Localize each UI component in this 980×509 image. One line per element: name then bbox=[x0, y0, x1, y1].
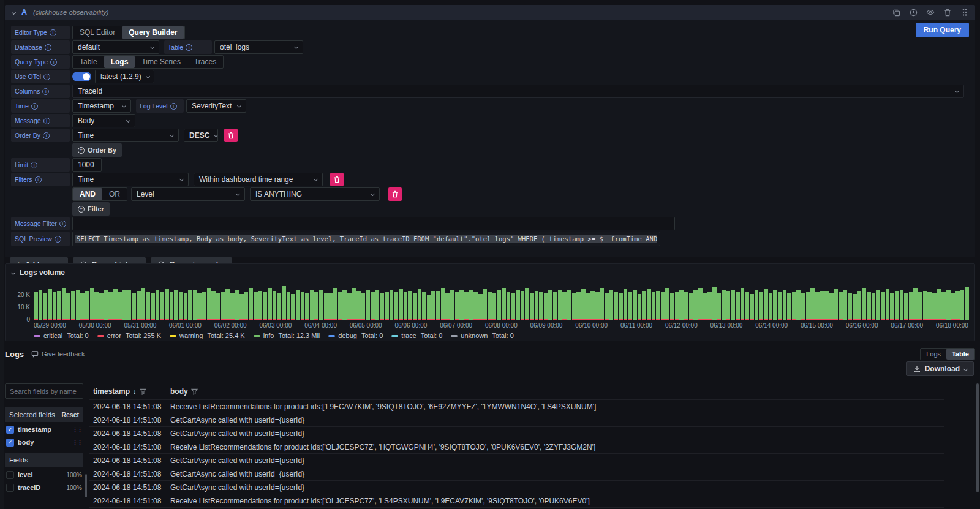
sql-preview-box[interactable]: SELECT Timestamp as timestamp, Body as b… bbox=[72, 232, 660, 246]
trash-icon[interactable] bbox=[943, 8, 952, 17]
available-field-item[interactable]: traceID100% bbox=[5, 482, 83, 493]
reset-fields-link[interactable]: Reset bbox=[61, 411, 79, 418]
table-row[interactable]: 2024-06-18 14:51:08GetCartAsync called w… bbox=[89, 426, 944, 440]
volume-bar bbox=[956, 291, 960, 320]
volume-bar bbox=[829, 293, 834, 320]
sort-desc-icon[interactable]: ↓ bbox=[133, 388, 137, 395]
selected-field-item[interactable]: ✓body⋮⋮ bbox=[5, 437, 83, 448]
legend-item[interactable]: errorTotal: 255 K bbox=[97, 332, 161, 339]
logs-volume-title[interactable]: Logs volume bbox=[20, 268, 65, 277]
checkbox-unchecked-icon[interactable] bbox=[6, 484, 14, 492]
columns-multiselect[interactable]: TraceId bbox=[72, 85, 964, 98]
order-by-direction-select[interactable]: DESC bbox=[184, 129, 218, 142]
legend-item[interactable]: infoTotal: 12.3 Mil bbox=[254, 332, 320, 339]
view-option-table[interactable]: Table bbox=[946, 349, 974, 360]
query-type-option-traces[interactable]: Traces bbox=[187, 56, 223, 68]
checkbox-checked-icon[interactable]: ✓ bbox=[6, 426, 14, 434]
limit-value: 1000 bbox=[78, 160, 94, 169]
drag-handle-icon[interactable] bbox=[960, 8, 969, 17]
filter2-operator-select[interactable]: IS ANYTHING bbox=[250, 187, 380, 201]
history-clock-icon[interactable] bbox=[909, 8, 918, 17]
table-row[interactable]: 2024-06-18 14:51:08GetCartAsync called w… bbox=[89, 467, 944, 480]
legend-item[interactable]: unknownTotal: 0 bbox=[451, 332, 514, 339]
remove-filter-button[interactable] bbox=[330, 173, 344, 186]
table-select[interactable]: otel_logs bbox=[214, 40, 303, 54]
message-column-select[interactable]: Body bbox=[72, 114, 135, 127]
volume-bar bbox=[562, 292, 567, 320]
legend-total: Total: 0 bbox=[361, 332, 383, 339]
body-column-header[interactable]: body bbox=[167, 387, 944, 396]
sidebar-scrollbar[interactable] bbox=[85, 474, 87, 497]
info-icon: i bbox=[42, 88, 49, 95]
log-level-select[interactable]: SeverityText bbox=[186, 99, 246, 113]
scrollbar-thumb[interactable] bbox=[976, 383, 979, 492]
selected-field-item[interactable]: ✓timestamp⋮⋮ bbox=[5, 424, 83, 435]
limit-input[interactable]: 1000 bbox=[72, 158, 102, 172]
timestamp-cell: 2024-06-18 14:51:08 bbox=[89, 470, 167, 478]
drag-handle-icon[interactable]: ⋮⋮ bbox=[72, 439, 82, 445]
volume-bar bbox=[347, 293, 352, 320]
query-type-option-time-series[interactable]: Time Series bbox=[135, 56, 187, 68]
copy-icon[interactable] bbox=[892, 8, 900, 17]
volume-bar bbox=[684, 292, 688, 320]
checkbox-checked-icon[interactable]: ✓ bbox=[6, 439, 14, 447]
time-column-select[interactable]: Timestamp bbox=[72, 99, 131, 113]
conjunction-option-or[interactable]: OR bbox=[102, 188, 127, 200]
conjunction-option-and[interactable]: AND bbox=[73, 188, 102, 200]
volume-bar bbox=[230, 293, 235, 320]
remove-order-by-button[interactable] bbox=[224, 129, 238, 142]
table-row[interactable]: 2024-06-18 14:51:08Receive ListRecommend… bbox=[89, 494, 944, 507]
available-field-item[interactable]: level100% bbox=[5, 469, 83, 480]
editor-type-option-sql-editor[interactable]: SQL Editor bbox=[73, 26, 122, 39]
message-filter-input[interactable] bbox=[72, 217, 675, 230]
order-by-field-select[interactable]: Time bbox=[72, 129, 179, 142]
eye-icon[interactable] bbox=[926, 8, 935, 17]
timestamp-column-header[interactable]: timestamp ↓ bbox=[89, 387, 167, 396]
editor-type-option-query-builder[interactable]: Query Builder bbox=[122, 26, 184, 39]
filter-funnel-icon[interactable] bbox=[140, 388, 146, 395]
query-type-option-table[interactable]: Table bbox=[73, 56, 104, 68]
add-order-by-button[interactable]: +Order By bbox=[72, 143, 122, 157]
chevron-down-icon[interactable] bbox=[11, 270, 15, 274]
filter-field-select[interactable]: Time bbox=[72, 173, 189, 186]
search-fields-input[interactable] bbox=[5, 383, 83, 399]
chevron-down-icon[interactable] bbox=[12, 10, 16, 14]
volume-bar bbox=[193, 290, 197, 320]
filter-funnel-icon[interactable] bbox=[191, 388, 198, 395]
volume-bar bbox=[858, 291, 862, 320]
table-row[interactable]: 2024-06-18 14:51:08GetCartAsync called w… bbox=[89, 480, 944, 494]
give-feedback-link[interactable]: Give feedback bbox=[31, 350, 85, 358]
otel-version-select[interactable]: latest (1.2.9) bbox=[95, 70, 154, 83]
remove-filter2-button[interactable] bbox=[388, 187, 402, 201]
volume-bar bbox=[413, 293, 417, 320]
volume-bar bbox=[296, 290, 300, 320]
y-axis-label: 20 K bbox=[17, 292, 30, 298]
table-row[interactable]: 2024-06-18 14:51:08Receive ListRecommend… bbox=[89, 399, 944, 413]
checkbox-unchecked-icon[interactable] bbox=[6, 471, 14, 479]
toggle-knob bbox=[83, 73, 90, 80]
volume-bar bbox=[904, 293, 908, 320]
body-cell: GetCartAsync called with userId={userId} bbox=[167, 456, 944, 465]
filter2-field-select[interactable]: Level bbox=[131, 187, 245, 201]
filter-operator-select[interactable]: Within dashboard time range bbox=[194, 173, 323, 186]
view-option-logs[interactable]: Logs bbox=[921, 349, 946, 360]
download-button[interactable]: Download bbox=[907, 361, 974, 376]
run-query-button[interactable]: Run Query bbox=[916, 23, 969, 37]
volume-bar bbox=[872, 293, 876, 320]
legend-item[interactable]: traceTotal: 0 bbox=[391, 332, 442, 339]
legend-item[interactable]: criticalTotal: 0 bbox=[34, 332, 89, 339]
table-row[interactable]: 2024-06-18 14:51:08GetCartAsync called w… bbox=[89, 413, 944, 426]
legend-item[interactable]: warningTotal: 25.4 K bbox=[170, 332, 245, 339]
database-select[interactable]: default bbox=[72, 40, 159, 54]
table-row[interactable]: 2024-06-18 14:51:08GetCartAsync called w… bbox=[89, 453, 944, 467]
legend-item[interactable]: debugTotal: 0 bbox=[328, 332, 383, 339]
query-type-option-logs[interactable]: Logs bbox=[104, 56, 135, 68]
volume-bar bbox=[633, 290, 637, 320]
add-filter-button[interactable]: +Filter bbox=[72, 202, 110, 216]
use-otel-toggle[interactable] bbox=[72, 72, 91, 81]
volume-bar bbox=[923, 291, 927, 320]
logs-scrollbar[interactable] bbox=[976, 383, 979, 507]
drag-handle-icon[interactable]: ⋮⋮ bbox=[72, 426, 82, 432]
query-row-header[interactable]: A (clickhouse-observability) bbox=[5, 5, 975, 20]
table-row[interactable]: 2024-06-18 14:51:08Receive ListRecommend… bbox=[89, 440, 944, 453]
